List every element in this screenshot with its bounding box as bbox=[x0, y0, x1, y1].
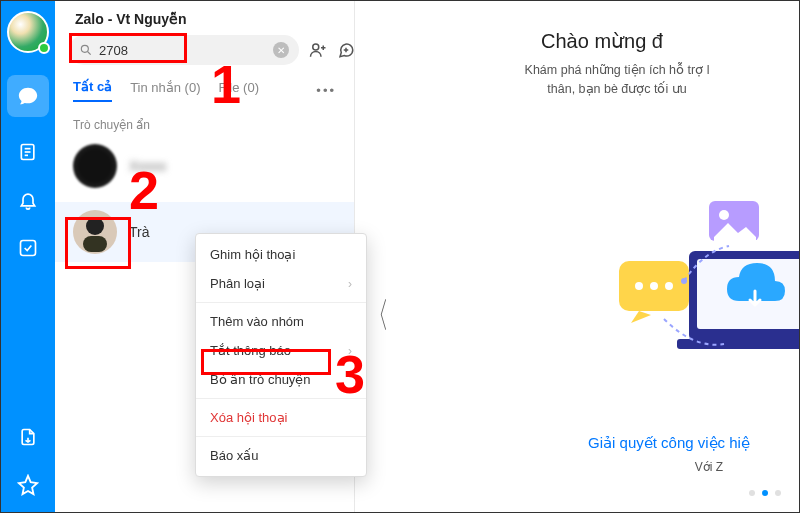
carousel-prev[interactable]: 〈 bbox=[367, 292, 389, 340]
search-box[interactable]: ✕ bbox=[69, 35, 299, 65]
nav-todo[interactable] bbox=[15, 235, 41, 261]
chat-context-menu: Ghim hội thoại Phân loại› Thêm vào nhóm … bbox=[195, 233, 367, 477]
ctx-pin[interactable]: Ghim hội thoại bbox=[196, 240, 366, 269]
ctx-add-to-group[interactable]: Thêm vào nhóm bbox=[196, 307, 366, 336]
carousel-dot[interactable] bbox=[762, 490, 768, 496]
window-title: Zalo - Vt Nguyễn bbox=[75, 11, 340, 27]
user-avatar[interactable] bbox=[7, 11, 49, 53]
chat-item[interactable]: Xxxxx bbox=[55, 136, 354, 196]
nav-notifications[interactable] bbox=[15, 187, 41, 213]
nav-chat[interactable] bbox=[7, 75, 49, 117]
chevron-right-icon: › bbox=[348, 344, 352, 358]
svg-point-18 bbox=[665, 282, 673, 290]
nav-sendfile[interactable] bbox=[15, 424, 41, 450]
welcome-pane: Chào mừng đ Khám phá những tiện ích hỗ t… bbox=[355, 1, 799, 512]
chat-list-panel: Zalo - Vt Nguyễn ✕ Tất cả Tin nhắn (0) F… bbox=[55, 1, 355, 512]
presence-dot bbox=[38, 42, 50, 54]
nav-rail bbox=[1, 1, 55, 512]
svg-rect-14 bbox=[677, 339, 799, 349]
search-input[interactable] bbox=[99, 43, 267, 58]
search-icon bbox=[79, 43, 93, 57]
add-friend-button[interactable] bbox=[309, 41, 327, 59]
carousel-dot[interactable] bbox=[749, 490, 755, 496]
ctx-unhide[interactable]: Bỏ ẩn trò chuyện bbox=[196, 365, 366, 394]
tab-messages[interactable]: Tin nhắn (0) bbox=[130, 80, 200, 101]
tabs-more[interactable]: ••• bbox=[316, 83, 336, 98]
svg-point-17 bbox=[650, 282, 658, 290]
filter-tabs: Tất cả Tin nhắn (0) File (0) ••• bbox=[55, 65, 354, 108]
welcome-title: Chào mừng đ bbox=[355, 29, 799, 53]
feature-title: Giải quyết công việc hiệ bbox=[539, 434, 799, 452]
chat-avatar bbox=[73, 144, 117, 188]
svg-point-16 bbox=[635, 282, 643, 290]
chevron-right-icon: › bbox=[348, 277, 352, 291]
new-chat-button[interactable] bbox=[337, 41, 355, 59]
welcome-subtitle: Khám phá những tiện ích hỗ trợ l thân, b… bbox=[355, 61, 799, 99]
section-hidden-chats: Trò chuyện ẩn bbox=[55, 108, 354, 136]
tab-all[interactable]: Tất cả bbox=[73, 79, 112, 102]
tab-files[interactable]: File (0) bbox=[219, 80, 259, 101]
carousel-dots bbox=[749, 490, 781, 496]
app-root: Zalo - Vt Nguyễn ✕ Tất cả Tin nhắn (0) F… bbox=[0, 0, 800, 513]
carousel-dot[interactable] bbox=[775, 490, 781, 496]
svg-point-7 bbox=[313, 44, 319, 50]
ctx-classify[interactable]: Phân loại› bbox=[196, 269, 366, 298]
svg-point-21 bbox=[681, 278, 687, 284]
svg-line-6 bbox=[88, 52, 91, 55]
svg-rect-4 bbox=[21, 241, 36, 256]
welcome-illustration bbox=[569, 191, 799, 371]
clear-search-button[interactable]: ✕ bbox=[273, 42, 289, 58]
chat-name: Xxxxx bbox=[129, 158, 166, 174]
chat-name: Trà bbox=[129, 224, 149, 240]
ctx-delete[interactable]: Xóa hội thoại bbox=[196, 403, 366, 432]
nav-contacts[interactable] bbox=[15, 139, 41, 165]
feature-subtitle: Với Z bbox=[619, 460, 799, 474]
ctx-report[interactable]: Báo xấu bbox=[196, 441, 366, 470]
chat-avatar bbox=[73, 210, 117, 254]
svg-point-20 bbox=[719, 210, 729, 220]
nav-star[interactable] bbox=[15, 472, 41, 498]
svg-point-5 bbox=[81, 45, 88, 52]
ctx-mute[interactable]: Tắt thông báo› bbox=[196, 336, 366, 365]
